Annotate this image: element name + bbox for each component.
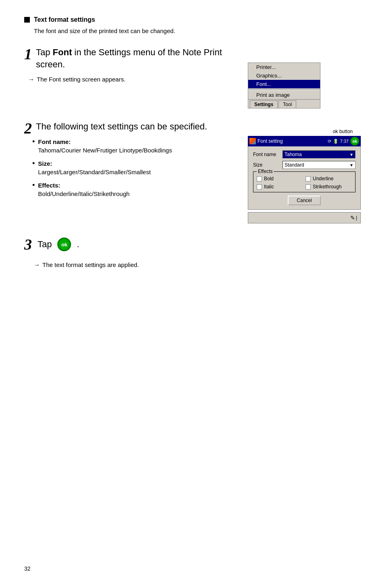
step-1-result-text: The Font setting screen appears. xyxy=(37,76,126,83)
step-3-container: 3 Tap ok . xyxy=(24,236,361,253)
dialog-ok-button[interactable]: ok xyxy=(350,137,359,146)
font-name-input[interactable]: Tahoma ▼ xyxy=(282,150,356,158)
bold-checkbox[interactable] xyxy=(257,176,262,181)
underline-label: Underline xyxy=(313,176,333,181)
effect-bold: Bold xyxy=(257,176,303,181)
size-label: Size xyxy=(253,162,279,168)
battery-icon: 🔋 xyxy=(333,139,339,144)
step-3-number: 3 xyxy=(24,236,32,253)
bold-label: Bold xyxy=(264,176,274,181)
menu-tab-tool[interactable]: Tool xyxy=(278,100,296,108)
step-1-text: Tap Font in the Settings menu of the Not… xyxy=(36,46,236,70)
effects-grid: Bold Underline Italic Strikethrough xyxy=(257,176,352,190)
menu-item-font[interactable]: Font... xyxy=(248,80,320,88)
bullet-text-3: Effects: Bold/Underline/Italic/Strikethr… xyxy=(38,181,130,198)
size-dropdown-arrow: ▼ xyxy=(349,163,354,167)
effects-group: Effects Bold Underline Italic xyxy=(253,171,356,192)
size-input[interactable]: Standard ▼ xyxy=(282,161,356,169)
taskbar-area: ✎ | xyxy=(248,212,361,223)
bullet-list: • Font name: Tahoma/Courier New/Frutiger… xyxy=(32,138,236,198)
arrow-1: → xyxy=(28,76,34,83)
bullet-dot-2: • xyxy=(32,159,35,176)
step-1-left: 1 Tap Font in the Settings menu of the N… xyxy=(24,46,236,83)
bullet-icon xyxy=(24,17,30,23)
size-value: Standard xyxy=(285,162,304,168)
menu-screenshot: Printer... Graphics... Font... Print as … xyxy=(248,63,320,108)
italic-label: Italic xyxy=(264,184,274,190)
taskbar-separator: | xyxy=(356,215,357,221)
step-2-number: 2 xyxy=(24,121,32,136)
rotate-icon: ⟳ xyxy=(328,139,331,144)
step-1-right: Printer... Graphics... Font... Print as … xyxy=(248,46,361,108)
font-name-value: Tahoma xyxy=(285,152,302,157)
step-3-tap-label: Tap xyxy=(38,239,52,250)
list-item: • Effects: Bold/Underline/Italic/Striket… xyxy=(32,181,236,198)
list-item: • Font name: Tahoma/Courier New/Frutiger… xyxy=(32,138,236,154)
font-name-dropdown-arrow: ▼ xyxy=(349,152,354,157)
menu-tab-settings[interactable]: Settings xyxy=(250,100,278,108)
menu-item-printer[interactable]: Printer... xyxy=(248,63,320,71)
underline-checkbox[interactable] xyxy=(305,176,311,181)
section-title: Text format settings xyxy=(34,16,95,23)
bullet-title-1: Font name: xyxy=(38,138,71,145)
effect-underline: Underline xyxy=(305,176,352,181)
bullet-title-2: Size: xyxy=(38,160,52,167)
cancel-button[interactable]: Cancel xyxy=(288,196,320,205)
bullet-dot-3: • xyxy=(32,181,35,198)
bullet-text-1: Font name: Tahoma/Courier New/Frutiger L… xyxy=(38,138,172,154)
italic-checkbox[interactable] xyxy=(257,184,262,190)
pencil-icon: ✎ xyxy=(350,215,355,221)
bullet-title-3: Effects: xyxy=(38,182,60,189)
effect-italic: Italic xyxy=(257,184,303,190)
bullet-detail-2: Largest/Larger/Standard/Smaller/Smallest xyxy=(38,169,151,175)
size-row: Size Standard ▼ xyxy=(253,161,356,169)
bullet-detail-1: Tahoma/Courier New/Frutiger Linotype/Boo… xyxy=(38,147,172,154)
font-name-label: Font name xyxy=(253,152,279,157)
list-item: • Size: Largest/Larger/Standard/Smaller/… xyxy=(32,159,236,176)
step-1-bold: Font xyxy=(53,47,72,57)
dialog-titlebar: Font setting ⟳ 🔋 7:37 ok xyxy=(248,136,361,146)
dialog-time: 7:37 xyxy=(340,139,349,144)
step-1-result: → The Font setting screen appears. xyxy=(28,76,236,83)
menu-tabs: Settings Tool xyxy=(248,99,320,108)
final-result: → The text format settings are applied. xyxy=(34,261,361,268)
step-1-content: 1 Tap Font in the Settings menu of the N… xyxy=(24,46,236,83)
titlebar-right: ⟳ 🔋 7:37 ok xyxy=(328,137,359,146)
menu-item-graphics[interactable]: Graphics... xyxy=(248,71,320,80)
step-1-number: 1 xyxy=(24,46,32,62)
step-3-dot: . xyxy=(77,239,79,250)
strikethrough-checkbox[interactable] xyxy=(305,184,311,190)
bullet-detail-3: Bold/Underline/Italic/Strikethrough xyxy=(38,190,130,197)
font-name-row: Font name Tahoma ▼ xyxy=(253,150,356,158)
step-1-text-part1: Tap xyxy=(36,47,53,57)
dialog-title: Font setting xyxy=(257,138,283,144)
dialog-body: Font name Tahoma ▼ Size Standard ▼ Effec… xyxy=(248,146,361,210)
page-number: 32 xyxy=(24,565,31,572)
bullet-dot-1: • xyxy=(32,138,35,154)
ok-button-label: ok button xyxy=(248,129,353,134)
menu-item-printasimage[interactable]: Print as image xyxy=(248,91,320,99)
strikethrough-label: Strikethrough xyxy=(313,184,341,190)
effects-legend: Effects xyxy=(257,169,274,174)
menu-separator xyxy=(248,89,320,90)
final-result-text: The text format settings are applied. xyxy=(42,261,139,268)
step-2-text: The following text settings can be speci… xyxy=(36,121,236,133)
cancel-row: Cancel xyxy=(253,196,356,205)
app-icon xyxy=(249,138,256,144)
effect-strikethrough: Strikethrough xyxy=(305,184,352,190)
step-2-container: 2 The following text settings can be spe… xyxy=(24,121,361,223)
step-1-container: 1 Tap Font in the Settings menu of the N… xyxy=(24,46,361,108)
arrow-3: → xyxy=(34,261,40,268)
step-2-right: ok button Font setting ⟳ 🔋 7:37 ok Font … xyxy=(248,129,361,223)
step-3-ok-badge[interactable]: ok xyxy=(57,238,71,251)
section-header: Text format settings xyxy=(24,16,361,23)
titlebar-left: Font setting xyxy=(249,138,283,144)
bullet-text-2: Size: Largest/Larger/Standard/Smaller/Sm… xyxy=(38,159,151,176)
intro-text: The font and size of the printed text ca… xyxy=(34,27,361,34)
step-2-left: 2 The following text settings can be spe… xyxy=(24,121,236,203)
